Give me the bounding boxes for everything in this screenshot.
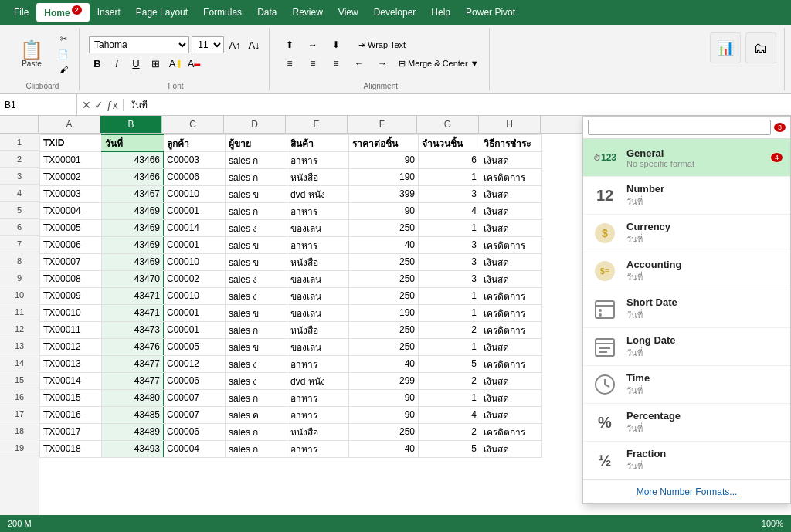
cell-r4-c0[interactable]: TX00003 (40, 185, 102, 202)
cell-r18-c0[interactable]: TX00017 (40, 423, 102, 440)
col-header-e[interactable]: E (286, 116, 348, 133)
cell-r13-c2[interactable]: C00005 (164, 338, 226, 355)
cell-r11-c0[interactable]: TX00010 (40, 304, 102, 321)
cell-r16-c6[interactable]: 1 (419, 389, 480, 406)
cell-r10-c0[interactable]: TX00009 (40, 287, 102, 304)
cell-r3-c6[interactable]: 1 (419, 168, 480, 185)
cell-r13-c4[interactable]: ของเล่น (287, 338, 349, 355)
align-left-button[interactable]: ≡ (279, 55, 300, 72)
row-num-10[interactable]: 10 (0, 286, 39, 303)
row-num-4[interactable]: 4 (0, 185, 39, 202)
cell-r10-c4[interactable]: ของเล่น (287, 287, 349, 304)
cell-r15-c7[interactable]: เงินสด (480, 372, 542, 389)
cell-r3-c7[interactable]: เครดิตการ (480, 168, 542, 185)
cell-r10-c1[interactable]: 43471 (102, 287, 164, 304)
cell-r8-c3[interactable]: sales ข (226, 253, 287, 270)
font-color-button[interactable]: A▬ (185, 55, 202, 72)
cell-r2-c5[interactable]: 90 (349, 151, 419, 168)
cell-r6-c6[interactable]: 1 (419, 219, 480, 236)
col-header-c[interactable]: C (162, 116, 224, 133)
tab-formulas[interactable]: Formulas (195, 4, 250, 21)
header-cell-2[interactable]: ลูกค้า (164, 134, 226, 151)
row-num-6[interactable]: 6 (0, 219, 39, 236)
cell-r19-c3[interactable]: sales ก (226, 440, 287, 457)
row-num-9[interactable]: 9 (0, 269, 39, 286)
header-cell-4[interactable]: สินค้า (287, 134, 349, 151)
cell-r16-c1[interactable]: 43480 (102, 389, 164, 406)
cell-r12-c0[interactable]: TX00011 (40, 321, 102, 338)
row-num-2[interactable]: 2 (0, 151, 39, 168)
header-cell-6[interactable]: จำนวนชิ้น (419, 134, 480, 151)
paste-button[interactable]: 📋 Paste (12, 31, 51, 77)
cell-r13-c7[interactable]: เงินสด (480, 338, 542, 355)
row-num-13[interactable]: 13 (0, 337, 39, 354)
row-num-17[interactable]: 17 (0, 405, 39, 422)
font-size-select[interactable]: 11 (192, 36, 224, 53)
cell-r17-c1[interactable]: 43485 (102, 406, 164, 423)
cell-r12-c6[interactable]: 2 (419, 321, 480, 338)
tab-insert[interactable]: Insert (90, 4, 128, 21)
cell-r19-c6[interactable]: 5 (419, 440, 480, 457)
cell-r11-c4[interactable]: ของเล่น (287, 304, 349, 321)
cell-r12-c1[interactable]: 43473 (102, 321, 164, 338)
format-item-number[interactable]: 12 Number วันที่ (583, 177, 790, 215)
cell-r5-c5[interactable]: 90 (349, 202, 419, 219)
cell-r17-c2[interactable]: C00007 (164, 406, 226, 423)
row-num-15[interactable]: 15 (0, 371, 39, 388)
cell-r17-c6[interactable]: 4 (419, 406, 480, 423)
format-item-accounting[interactable]: $≡ Accounting วันที่ (583, 252, 790, 290)
cell-r13-c1[interactable]: 43476 (102, 338, 164, 355)
cell-r16-c0[interactable]: TX00015 (40, 389, 102, 406)
cell-r15-c5[interactable]: 299 (349, 372, 419, 389)
cell-r2-c4[interactable]: อาหาร (287, 151, 349, 168)
cell-r15-c0[interactable]: TX00014 (40, 372, 102, 389)
cell-r10-c6[interactable]: 1 (419, 287, 480, 304)
format-item-currency[interactable]: $ Currency วันที่ (583, 215, 790, 252)
cell-r13-c3[interactable]: sales ข (226, 338, 287, 355)
cell-r19-c5[interactable]: 40 (349, 440, 419, 457)
align-right-button[interactable]: ≡ (325, 55, 347, 72)
row-num-14[interactable]: 14 (0, 354, 39, 371)
cell-r5-c2[interactable]: C00001 (164, 202, 226, 219)
cell-r8-c1[interactable]: 43469 (102, 253, 164, 270)
row-num-11[interactable]: 11 (0, 303, 39, 320)
cell-r16-c7[interactable]: เงินสด (480, 389, 542, 406)
col-header-f[interactable]: F (348, 116, 417, 133)
confirm-formula-icon[interactable]: ✓ (94, 99, 104, 111)
tab-power-pivot[interactable]: Power Pivot (458, 4, 523, 21)
row-num-5[interactable]: 5 (0, 202, 39, 219)
cell-r7-c1[interactable]: 43469 (102, 236, 164, 253)
col-header-d[interactable]: D (224, 116, 286, 133)
cell-r7-c4[interactable]: อาหาร (287, 236, 349, 253)
cell-r18-c1[interactable]: 43489 (102, 423, 164, 440)
cell-r11-c6[interactable]: 1 (419, 304, 480, 321)
cell-r14-c1[interactable]: 43477 (102, 355, 164, 372)
merge-center-button[interactable]: ⊟ Merge & Center ▼ (395, 55, 483, 72)
cell-r18-c5[interactable]: 250 (349, 423, 419, 440)
more-formats-link[interactable]: More Number Formats... (583, 479, 790, 503)
cell-r17-c5[interactable]: 90 (349, 406, 419, 423)
format-item-general[interactable]: ⏱123 General No specific format 4 (583, 139, 790, 177)
cell-r14-c4[interactable]: อาหาร (287, 355, 349, 372)
cell-r5-c7[interactable]: เงินสด (480, 202, 542, 219)
cell-r11-c7[interactable]: เครดิตการ (480, 304, 542, 321)
row-num-12[interactable]: 12 (0, 320, 39, 337)
format-as-table-button[interactable]: 🗂 (745, 32, 776, 63)
cell-r6-c5[interactable]: 250 (349, 219, 419, 236)
cell-r7-c7[interactable]: เครดิตการ (480, 236, 542, 253)
cell-r6-c3[interactable]: sales ง (226, 219, 287, 236)
cell-r12-c2[interactable]: C00001 (164, 321, 226, 338)
italic-button[interactable]: I (108, 55, 125, 72)
row-num-19[interactable]: 19 (0, 439, 39, 456)
format-item-short-date[interactable]: Short Date วันที่ (583, 290, 790, 328)
wrap-text-button[interactable]: ⇥ Wrap Text (355, 36, 409, 53)
cell-r9-c0[interactable]: TX00008 (40, 270, 102, 287)
header-cell-5[interactable]: ราคาต่อชิ้น (349, 134, 419, 151)
cell-r11-c1[interactable]: 43471 (102, 304, 164, 321)
align-center-button[interactable]: ≡ (302, 55, 324, 72)
cell-r6-c7[interactable]: เงินสด (480, 219, 542, 236)
cell-r11-c5[interactable]: 190 (349, 304, 419, 321)
cell-r9-c1[interactable]: 43470 (102, 270, 164, 287)
cell-reference-box[interactable]: B1 (0, 94, 77, 115)
cell-r19-c4[interactable]: อาหาร (287, 440, 349, 457)
